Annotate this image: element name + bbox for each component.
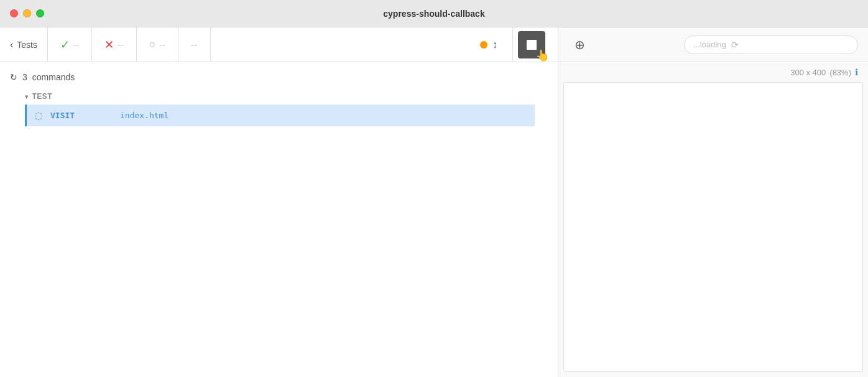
maximize-button[interactable] <box>36 9 44 17</box>
x-icon: ✕ <box>104 38 114 52</box>
commands-header: ↻ 3 commands <box>0 70 558 90</box>
search-placeholder: ...loading <box>693 40 726 49</box>
zoom-text: (83%) <box>829 68 851 77</box>
loading-spinner-icon: ⟳ <box>731 40 739 50</box>
orange-dot-icon <box>480 41 487 49</box>
search-box[interactable]: ...loading ⟳ <box>684 35 858 54</box>
content-area: ↻ 3 commands ▾ TEST ◌ VISIT index.html <box>0 62 558 377</box>
test-group-label: TEST <box>32 92 53 101</box>
toolbar-right: ↕ 👆 <box>465 27 550 62</box>
dimensions-bar: 300 x 400 (83%) ℹ <box>558 62 868 82</box>
traffic-lights <box>10 9 44 17</box>
crosshair-button[interactable]: ⊕ <box>568 34 591 56</box>
pending-section: ○ -- <box>137 27 178 62</box>
preview-area <box>563 82 863 372</box>
fail-count-section: ✕ -- <box>92 27 136 62</box>
status-section: ↕ <box>465 27 513 62</box>
left-panel: ‹ Tests ✓ -- ✕ -- ○ -- -- <box>0 27 558 377</box>
spinner-icon: ◌ <box>34 109 43 121</box>
cursor-icon: 👆 <box>535 49 549 62</box>
info-icon[interactable]: ℹ <box>855 67 858 77</box>
chevron-left-icon: ‹ <box>10 39 13 50</box>
back-to-tests-button[interactable]: ‹ Tests <box>7 27 48 62</box>
commands-count: 3 <box>22 72 27 82</box>
pending-count: -- <box>160 40 165 50</box>
fail-count: -- <box>118 40 123 50</box>
circle-icon: ○ <box>149 38 156 51</box>
dash-label: -- <box>191 39 198 50</box>
minimize-button[interactable] <box>23 9 31 17</box>
main-layout: ‹ Tests ✓ -- ✕ -- ○ -- -- <box>0 27 868 377</box>
command-name: VISIT <box>50 111 113 120</box>
checkmark-icon: ✓ <box>60 38 70 52</box>
command-row[interactable]: ◌ VISIT index.html <box>25 105 535 126</box>
tests-label: Tests <box>17 40 37 50</box>
close-button[interactable] <box>10 9 18 17</box>
test-label: ▾ TEST <box>25 90 558 103</box>
stop-button[interactable]: 👆 <box>518 31 545 58</box>
right-panel: ⊕ ...loading ⟳ 300 x 400 (83%) ℹ <box>558 27 868 377</box>
toolbar: ‹ Tests ✓ -- ✕ -- ○ -- -- <box>0 27 558 62</box>
sort-icon: ↕ <box>492 39 497 50</box>
pass-count: -- <box>73 40 79 50</box>
right-toolbar: ⊕ ...loading ⟳ <box>558 27 868 62</box>
test-group: ▾ TEST ◌ VISIT index.html <box>0 90 558 126</box>
dimensions-text: 300 x 400 <box>790 68 826 77</box>
crosshair-icon: ⊕ <box>575 37 585 52</box>
commands-label: commands <box>32 72 75 82</box>
collapse-arrow-icon[interactable]: ▾ <box>25 93 29 100</box>
title-bar: cypress-should-callback <box>0 0 868 27</box>
pass-count-section: ✓ -- <box>48 27 92 62</box>
refresh-icon: ↻ <box>10 72 17 82</box>
window-title: cypress-should-callback <box>383 9 484 19</box>
dash-section: -- <box>178 27 211 62</box>
command-argument: index.html <box>120 111 169 120</box>
